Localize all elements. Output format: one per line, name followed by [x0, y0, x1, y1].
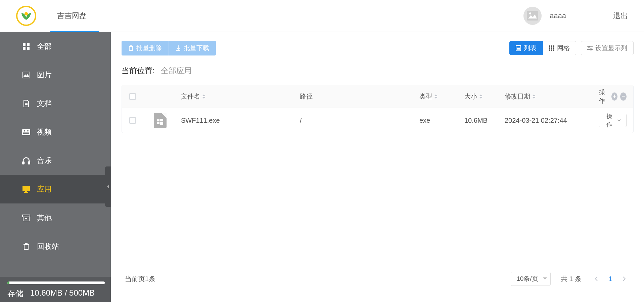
list-view-button[interactable]: 列表 — [509, 41, 543, 55]
svg-rect-15 — [28, 162, 30, 164]
list-icon — [516, 45, 521, 51]
svg-rect-6 — [27, 47, 30, 50]
grid-view-button[interactable]: 网格 — [543, 41, 576, 55]
svg-rect-34 — [553, 49, 554, 51]
sidebar-item-label: 应用 — [37, 184, 52, 194]
page-size-select[interactable]: 10条/页 — [511, 272, 550, 286]
add-column-button[interactable]: + — [611, 92, 618, 101]
svg-rect-26 — [549, 45, 550, 47]
select-all-checkbox[interactable] — [129, 93, 136, 100]
sidebar-item-video[interactable]: 视频 — [0, 118, 111, 146]
sort-icon — [202, 92, 205, 101]
logo-icon — [16, 6, 36, 26]
sidebar-item-trash[interactable]: 回收站 — [0, 232, 111, 261]
sidebar: 全部 图片 文档 视频 音乐 应用 其他 回收站 — [0, 32, 111, 302]
sidebar-item-label: 图片 — [37, 70, 52, 80]
column-header-operation: 操作 + − — [595, 88, 633, 105]
page-number-1[interactable]: 1 — [608, 275, 612, 283]
app-header: 吉吉网盘 aaaa 退出 — [0, 0, 644, 32]
sidebar-collapse-button[interactable] — [105, 166, 111, 207]
sidebar-item-label: 其他 — [37, 213, 52, 223]
svg-rect-18 — [24, 192, 28, 193]
breadcrumb: 当前位置: 全部应用 — [122, 66, 634, 76]
row-checkbox[interactable] — [129, 117, 136, 124]
username-label[interactable]: aaaa — [550, 11, 566, 20]
breadcrumb-value[interactable]: 全部应用 — [161, 66, 192, 75]
sort-icon — [434, 92, 438, 101]
logo-wrap: 吉吉网盘 — [16, 6, 87, 26]
set-columns-button[interactable]: 设置显示列 — [581, 41, 634, 55]
svg-rect-16 — [22, 186, 30, 191]
sidebar-item-label: 音乐 — [37, 156, 52, 166]
sidebar-item-label: 文档 — [37, 99, 52, 109]
sliders-icon — [587, 46, 593, 50]
svg-rect-5 — [23, 47, 26, 50]
column-header-date[interactable]: 修改日期 — [501, 92, 595, 101]
svg-rect-31 — [553, 47, 554, 49]
file-name-cell[interactable]: SWF111.exe — [177, 117, 296, 124]
svg-point-12 — [27, 130, 29, 131]
grid-icon — [22, 42, 30, 50]
sidebar-item-apps[interactable]: 应用 — [0, 175, 111, 203]
grid-icon — [549, 45, 554, 51]
brand-name[interactable]: 吉吉网盘 — [57, 11, 87, 21]
svg-point-2 — [529, 12, 531, 14]
sidebar-item-other[interactable]: 其他 — [0, 203, 111, 232]
storage-panel: 存储 10.60MB / 500MB — [0, 277, 111, 302]
trash-icon — [22, 242, 30, 251]
svg-rect-39 — [157, 119, 159, 121]
file-table: 文件名 路径 类型 大小 修改日期 操作 + − SWF111.exe / ex… — [122, 85, 634, 133]
archive-icon — [22, 214, 30, 222]
svg-rect-32 — [549, 49, 550, 51]
column-header-type[interactable]: 类型 — [415, 92, 460, 101]
svg-rect-1 — [527, 11, 538, 21]
next-page-button[interactable] — [618, 273, 630, 285]
storage-label: 存储 — [7, 288, 24, 299]
svg-rect-3 — [23, 43, 26, 46]
svg-rect-4 — [27, 43, 30, 46]
breadcrumb-label: 当前位置: — [122, 66, 154, 75]
column-header-size[interactable]: 大小 — [460, 92, 501, 101]
sidebar-item-label: 视频 — [37, 127, 52, 137]
total-count-text: 共 1 条 — [561, 274, 582, 284]
download-icon — [176, 45, 181, 51]
sidebar-item-music[interactable]: 音乐 — [0, 146, 111, 175]
svg-rect-14 — [22, 162, 24, 164]
svg-rect-27 — [551, 45, 552, 47]
headphones-icon — [22, 157, 30, 165]
chevron-down-icon — [543, 277, 547, 281]
svg-rect-40 — [160, 119, 163, 121]
svg-rect-41 — [157, 122, 159, 124]
svg-rect-17 — [25, 191, 27, 192]
column-header-name[interactable]: 文件名 — [177, 92, 296, 101]
current-page-info: 当前页1条 — [125, 274, 155, 284]
logout-button[interactable]: 退出 — [613, 11, 628, 21]
trash-icon — [128, 45, 134, 51]
svg-rect-42 — [160, 122, 163, 125]
sidebar-item-images[interactable]: 图片 — [0, 61, 111, 89]
user-avatar[interactable] — [523, 7, 542, 25]
sidebar-item-label: 全部 — [37, 41, 52, 51]
file-date-cell: 2024-03-21 02:27:44 — [501, 117, 595, 124]
svg-point-0 — [25, 12, 28, 15]
batch-delete-button[interactable]: 批量删除 — [122, 41, 169, 55]
monitor-icon — [22, 185, 30, 193]
main-content: 批量删除 批量下载 列表 网格 设置显示列 — [111, 32, 644, 302]
batch-download-button[interactable]: 批量下载 — [169, 41, 216, 55]
sort-icon — [479, 92, 482, 101]
row-operation-button[interactable]: 操作 — [599, 114, 627, 127]
sidebar-item-docs[interactable]: 文档 — [0, 89, 111, 118]
table-row: SWF111.exe / exe 10.6MB 2024-03-21 02:27… — [122, 108, 633, 133]
prev-page-button[interactable] — [590, 273, 602, 285]
file-type-cell: exe — [415, 117, 460, 124]
pagination-footer: 当前页1条 10条/页 共 1 条 1 — [122, 264, 634, 293]
svg-point-38 — [590, 49, 592, 50]
sidebar-item-all[interactable]: 全部 — [0, 32, 111, 61]
svg-rect-29 — [549, 47, 550, 49]
file-size-cell: 10.6MB — [460, 117, 501, 124]
svg-point-37 — [588, 46, 590, 47]
storage-progress-fill — [7, 281, 9, 284]
remove-column-button[interactable]: − — [620, 92, 627, 101]
column-header-path: 路径 — [296, 92, 415, 101]
svg-rect-7 — [22, 72, 30, 78]
